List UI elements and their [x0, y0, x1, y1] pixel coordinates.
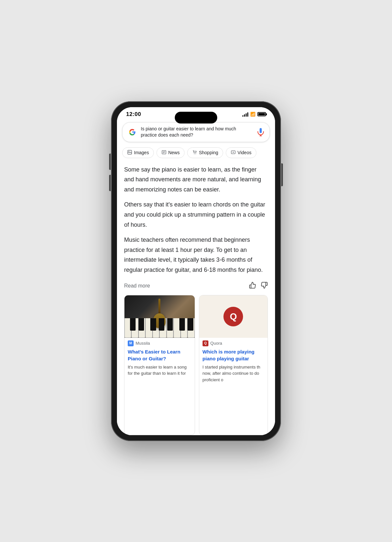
filter-chips: Images News Shopping Videos — [117, 145, 275, 161]
quora-card-snippet: I started playing instruments th now, af… — [199, 364, 268, 386]
news-chip-icon — [161, 150, 167, 156]
svg-point-7 — [194, 153, 195, 154]
card-mussila[interactable]: M Mussila What's Easier to Learn Piano o… — [124, 295, 195, 435]
dynamic-island — [175, 112, 217, 123]
videos-chip-icon — [231, 150, 236, 156]
piano-keys — [124, 318, 195, 338]
mussila-card-title[interactable]: What's Easier to Learn Piano or Guitar? — [124, 348, 195, 364]
ai-para2: Others say that it's easier to learn cho… — [124, 200, 268, 230]
chip-videos-label: Videos — [237, 150, 252, 155]
thumbs-down-button[interactable] — [261, 282, 268, 290]
wifi-icon: 📶 — [250, 112, 255, 117]
chip-news[interactable]: News — [156, 147, 185, 158]
signal-icon — [242, 112, 248, 117]
card-image-piano-guitar — [124, 295, 195, 338]
chip-news-label: News — [168, 150, 180, 155]
quora-card-placeholder: Q — [199, 295, 268, 338]
chip-shopping-label: Shopping — [199, 150, 218, 155]
ai-para1: Some say the piano is easier to learn, a… — [124, 165, 268, 195]
svg-point-8 — [195, 153, 196, 154]
content-area: Some say the piano is easier to learn, a… — [117, 161, 275, 435]
status-icons: 📶 — [242, 112, 266, 117]
thumbs-up-button[interactable] — [249, 282, 256, 290]
status-time: 12:00 — [126, 111, 141, 118]
volume-up-button[interactable] — [109, 154, 111, 170]
ai-answer: Some say the piano is easier to learn, a… — [124, 165, 268, 280]
shopping-chip-icon — [192, 150, 197, 156]
read-more-row: Read more — [124, 282, 268, 290]
quora-q-icon: Q — [223, 307, 243, 326]
mussila-card-snippet: It's much easier to learn a song for the… — [124, 364, 195, 380]
quora-favicon: Q — [203, 340, 208, 346]
chip-shopping[interactable]: Shopping — [187, 147, 223, 158]
battery-icon — [257, 112, 266, 116]
chip-images-label: Images — [134, 150, 149, 155]
cards-row: M Mussila What's Easier to Learn Piano o… — [124, 295, 268, 435]
card-source-quora: Q Quora — [199, 338, 268, 348]
svg-marker-10 — [233, 152, 234, 153]
volume-down-button[interactable] — [109, 175, 111, 191]
card-source-mussila: M Mussila — [124, 338, 195, 348]
card-quora[interactable]: Q Q Quora Which is more playing piano pl… — [199, 295, 268, 435]
mussila-favicon: M — [128, 340, 134, 346]
phone-screen: 12:00 📶 — [117, 107, 275, 435]
mussila-source-name: Mussila — [136, 341, 150, 346]
google-logo — [127, 127, 138, 137]
feedback-icons — [249, 282, 268, 290]
quora-card-title[interactable]: Which is more playing piano playing guit… — [199, 348, 268, 364]
phone-frame: 12:00 📶 — [111, 101, 281, 441]
ai-para3: Music teachers often recommend that begi… — [124, 235, 268, 275]
chip-videos[interactable]: Videos — [226, 147, 256, 158]
power-button[interactable] — [281, 163, 283, 186]
quora-source-name: Quora — [210, 341, 222, 346]
search-query-text: Is piano or guitar easier to learn and h… — [141, 126, 253, 139]
mic-icon[interactable] — [256, 128, 265, 136]
chip-images[interactable]: Images — [122, 147, 154, 158]
search-bar[interactable]: Is piano or guitar easier to learn and h… — [122, 122, 270, 142]
images-chip-icon — [127, 150, 132, 156]
read-more-link[interactable]: Read more — [124, 283, 150, 289]
